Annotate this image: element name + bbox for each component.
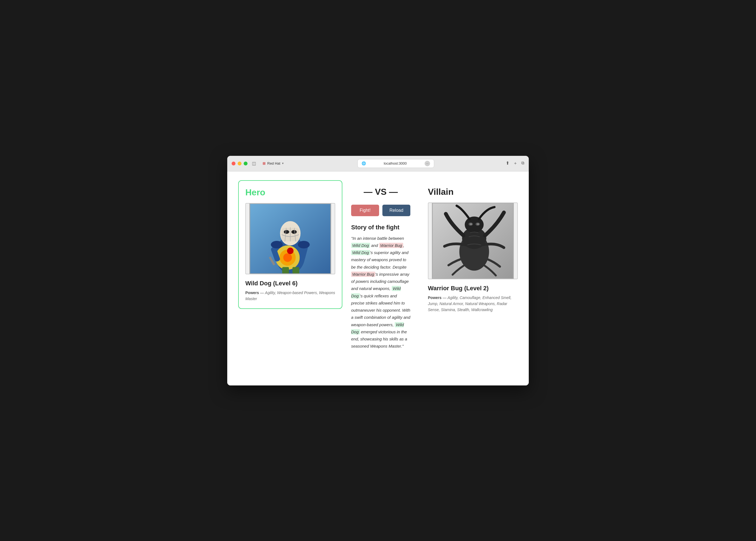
villain-character-name: Warrior Bug (Level 2) [428,285,518,292]
close-button[interactable] [232,162,235,166]
fight-button[interactable]: Fight! [351,205,379,216]
svg-point-17 [287,248,294,254]
villain-powers-dash: — [443,295,446,300]
hero-powers-label: Powers [245,290,259,295]
villain-image [428,203,518,279]
hero-column: Hero [238,180,342,309]
tab-dropdown-icon[interactable]: ▾ [282,162,284,165]
svg-point-26 [465,217,484,233]
reload-button[interactable]: Reload [382,205,410,216]
tab-favicon: ⊞ [263,161,266,166]
hero-powers: Powers — Agility, Weapon-based Powers, W… [245,290,335,302]
story-villain1: Warrior Bug [379,243,403,248]
svg-point-29 [470,223,472,225]
villain-title: Villain [428,187,518,197]
svg-point-11 [291,230,297,234]
svg-point-5 [283,253,292,262]
new-tab-icon[interactable]: ＋ [513,161,518,166]
wild-dog-svg [246,204,335,274]
warrior-bug-svg [428,203,517,279]
hero-powers-dash: — [260,290,264,295]
svg-point-15 [271,241,283,248]
hero-title: Hero [245,187,335,198]
story-part2: and [370,243,379,248]
browser-tab[interactable]: ⊞ Red Hat ▾ [260,160,286,167]
url-text: localhost:3000 [368,161,422,166]
story-hero1: Wild Dog [351,243,370,248]
action-buttons: Fight! Reload [351,205,410,216]
sidebar-toggle-icon[interactable]: ◫ [251,160,257,167]
address-bar-container: 🌐 localhost:3000 ··· [289,159,502,168]
villain-column: Villain [419,180,518,377]
story-text: "In an intense battle between Wild Dog a… [351,235,410,350]
globe-icon: 🌐 [362,161,366,166]
svg-rect-20 [293,267,299,274]
villain-powers-label: Powers [428,295,442,300]
story-part1: "In an intense battle between [351,236,404,241]
svg-point-16 [298,241,310,248]
browser-chrome: ◫ ⊞ Red Hat ▾ 🌐 localhost:3000 ··· ⬆ ＋ ⧉ [227,156,529,172]
tab-label: Red Hat [267,161,280,166]
story-hero2: Wild Dog [351,250,370,255]
browser-window: ◫ ⊞ Red Hat ▾ 🌐 localhost:3000 ··· ⬆ ＋ ⧉… [227,156,529,385]
browser-actions: ⬆ ＋ ⧉ [506,161,524,166]
hero-image [245,203,335,274]
hero-character-name: Wild Dog (Level 6) [245,280,335,287]
story-title: Story of the fight [351,224,410,231]
vs-column: — VS — Fight! Reload Story of the fight … [342,180,419,377]
tab-overview-icon[interactable]: ⧉ [521,161,524,166]
story-part3: , [403,243,404,248]
traffic-lights [232,162,248,166]
vs-title: — VS — [351,187,410,197]
story-villain2: Warrior Bug [351,271,375,277]
villain-powers: Powers — Agility, Camouflage, Enhanced S… [428,294,518,313]
minimize-button[interactable] [238,162,241,166]
svg-point-10 [284,230,289,234]
svg-point-30 [477,223,479,225]
url-options-icon[interactable]: ··· [424,161,430,166]
share-icon[interactable]: ⬆ [506,161,509,166]
story-part7: emerged victorious in the end, showcasin… [351,329,407,349]
address-bar[interactable]: 🌐 localhost:3000 ··· [358,159,434,168]
content-area: Hero [227,172,529,385]
svg-rect-19 [282,267,289,274]
maximize-button[interactable] [244,162,248,166]
hero-powers-values: Agility, Weapon-based Powers, Weapons Ma… [245,290,335,301]
